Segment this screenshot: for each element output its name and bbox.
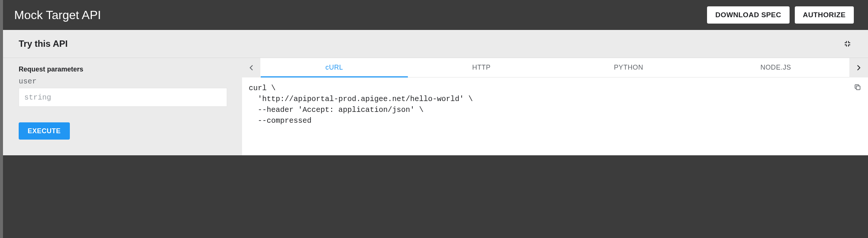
param-label-user: user [19, 77, 227, 86]
panel-body: Request parameters user EXECUTE cURL HTT… [3, 58, 868, 155]
tab-http[interactable]: HTTP [408, 58, 555, 77]
page-title: Mock Target API [14, 8, 101, 22]
tab-nodejs[interactable]: NODE.JS [702, 58, 849, 77]
chevron-right-icon [855, 64, 862, 71]
code-tabs: cURL HTTP PYTHON NODE.JS [261, 58, 849, 77]
code-sample-pane: cURL HTTP PYTHON NODE.JS curl \ 'http://… [242, 58, 868, 155]
copy-icon [854, 83, 861, 91]
scrollbar-indicator [0, 0, 3, 238]
panel-title: Try this API [19, 39, 68, 49]
collapse-icon [843, 40, 852, 48]
header-actions: DOWNLOAD SPEC AUTHORIZE [707, 6, 854, 24]
svg-rect-8 [856, 86, 860, 90]
panel-header: Try this API [3, 30, 868, 58]
authorize-button[interactable]: AUTHORIZE [795, 6, 854, 24]
request-section-title: Request parameters [19, 65, 227, 73]
tab-python[interactable]: PYTHON [555, 58, 702, 77]
param-input-user[interactable] [19, 88, 227, 107]
tabs-scroll-left[interactable] [242, 58, 261, 77]
chevron-left-icon [248, 64, 255, 71]
app-header: Mock Target API DOWNLOAD SPEC AUTHORIZE [0, 0, 868, 30]
request-pane: Request parameters user EXECUTE [3, 58, 242, 155]
collapse-button[interactable] [842, 38, 853, 49]
execute-button[interactable]: EXECUTE [19, 122, 70, 140]
tabs-scroll-right[interactable] [849, 58, 868, 77]
download-spec-button[interactable]: DOWNLOAD SPEC [707, 6, 789, 24]
copy-code-button[interactable] [852, 82, 863, 92]
tabs-row: cURL HTTP PYTHON NODE.JS [242, 58, 868, 77]
try-api-panel: Try this API Request parameters user EXE… [3, 30, 868, 155]
code-sample: curl \ 'http://apiportal-prod.apigee.net… [242, 77, 868, 155]
tab-curl[interactable]: cURL [261, 58, 408, 77]
